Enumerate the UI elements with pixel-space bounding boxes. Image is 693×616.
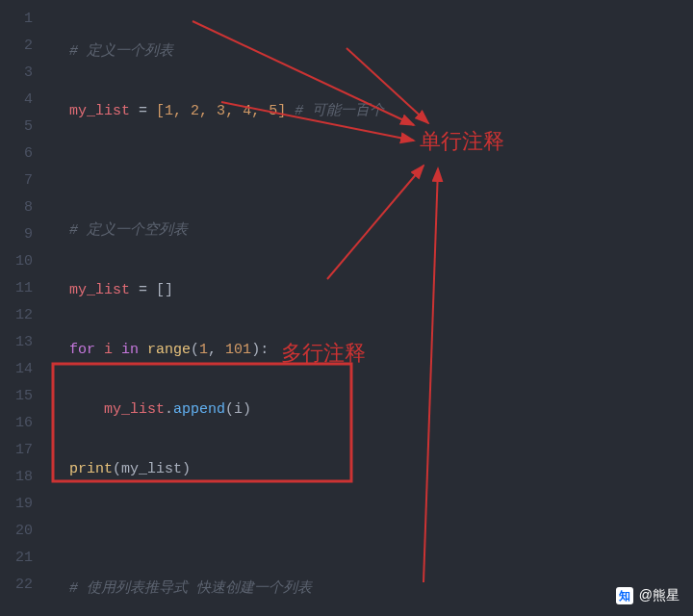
line-number: 22 [0,572,33,599]
line-number: 13 [0,329,33,356]
line-number: 10 [0,248,33,275]
keyword: in [121,342,139,358]
builtin: print [69,461,113,477]
list-literal: [1, 2, 3, 4, 5] [156,103,286,119]
watermark: 知 @熊星 [616,587,680,604]
variable: my_list [104,401,165,418]
keyword: for [69,342,95,358]
code-line: my_list = [1, 2, 3, 4, 5] # 可能一百个 [69,98,693,125]
builtin: range [139,342,191,358]
comment-text: # 定义一个列表 [69,43,173,60]
operator: = [] [130,282,173,298]
code-line: # 定义一个空列表 [69,218,693,244]
code-line [69,516,693,543]
code-editor: 1 2 3 4 5 6 7 8 9 10 11 12 13 14 15 16 1… [0,0,693,616]
line-number-gutter: 1 2 3 4 5 6 7 8 9 10 11 12 13 14 15 16 1… [0,0,46,616]
indent [69,401,104,418]
code-line: my_list = [] [69,277,693,304]
code-line [69,158,693,185]
args: (my_list) [113,461,191,477]
line-number: 11 [0,275,33,302]
line-number: 7 [0,167,33,194]
method: append [173,401,225,418]
zhihu-icon: 知 [616,587,633,604]
code-line: # 使用列表推导式 快速创建一个列表 [69,576,693,603]
line-number: 16 [0,410,33,437]
line-number: 21 [0,545,33,572]
operator: . [165,401,173,418]
code-line: for i in range(1, 101): [69,337,693,364]
line-number: 2 [0,33,33,60]
code-area[interactable]: # 定义一个列表 my_list = [1, 2, 3, 4, 5] # 可能一… [46,0,693,616]
line-number: 20 [0,518,33,545]
variable: my_list [69,103,130,119]
code-line: my_list.append(i) [69,397,693,424]
line-number: 19 [0,491,33,518]
line-number: 6 [0,141,33,167]
watermark-text: @熊星 [639,587,680,604]
line-number: 4 [0,87,33,114]
comment-text: # 定义一个空列表 [69,222,188,239]
line-number: 1 [0,6,33,33]
line-number: 8 [0,194,33,221]
operator: = [130,103,156,119]
args: (1, 101): [191,342,269,358]
line-number: 9 [0,221,33,248]
variable: my_list [69,282,130,298]
variable: i [95,342,121,358]
line-number: 5 [0,114,33,141]
code-line: print(my_list) [69,456,693,483]
line-number: 12 [0,302,33,329]
comment-text: # 可能一百个 [286,103,384,119]
comment-text: # 使用列表推导式 快速创建一个列表 [69,580,312,597]
line-number: 3 [0,60,33,87]
line-number: 18 [0,464,33,491]
line-number: 14 [0,356,33,383]
args: (i) [225,401,251,418]
code-line: # 定义一个列表 [69,38,693,65]
line-number: 15 [0,383,33,410]
line-number: 17 [0,437,33,464]
